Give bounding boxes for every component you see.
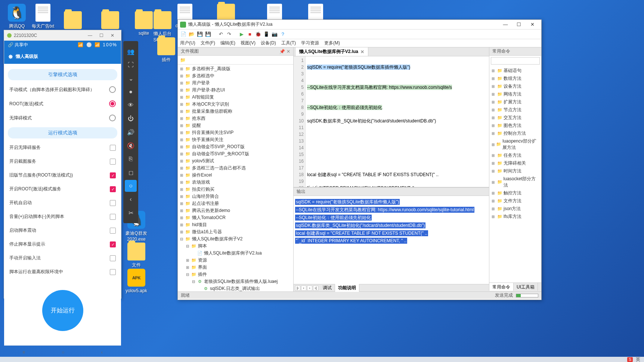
desktop-icon[interactable]: 文件 <box>123 243 149 268</box>
redo-icon[interactable]: ↷ <box>226 31 232 38</box>
desktop-icon[interactable]: APKyolov5.apk <box>123 269 149 293</box>
tree-item[interactable]: 📄懒人SQLite数据库例子V2.lua <box>178 250 293 257</box>
ime-lang[interactable]: 英 <box>636 356 640 362</box>
tree-expand-icon[interactable]: ⊞ <box>179 138 184 142</box>
tree-expand-icon[interactable]: ⊞ <box>179 102 184 106</box>
checkbox-icon[interactable] <box>110 159 116 165</box>
run-mode-option[interactable]: 手动开启输入法 <box>4 251 121 265</box>
run-mode-option[interactable]: 开启ROOT(激活)模式服务 <box>4 182 121 196</box>
output-next-icon[interactable]: › <box>307 285 312 291</box>
undo-icon[interactable]: ↶ <box>217 31 224 38</box>
toolbar-button[interactable]: 🔇 <box>125 140 137 152</box>
engine-mode-option[interactable]: 手动模式（由脚本选择开启截图和无障碍） <box>4 82 121 97</box>
toolbar-button[interactable]: ‹ <box>125 193 137 205</box>
run-mode-option[interactable]: 开启截图服务 <box>4 155 121 168</box>
tree-item[interactable]: ⊞📁多选框三选一选自己都不选 <box>178 165 293 172</box>
phone-titlebar[interactable]: 22101320C — ☐ ✕ <box>4 30 121 41</box>
toolbar-button[interactable]: ⎘ <box>125 153 137 165</box>
command-category[interactable]: ⊞📁无障碍相关 <box>490 159 541 167</box>
file-tree[interactable]: ⊞📁多选框例子_高级版⊞📁多选框选中⊞📁用户登录⊞📁用户登录-静态UI⊞📁AI智… <box>178 65 293 291</box>
run-mode-option[interactable]: 停止脚本显示提示 <box>4 237 121 251</box>
command-category[interactable]: ⊞📁图色方法 <box>490 122 541 129</box>
desktop-icon[interactable]: 🐧腾讯QQ <box>4 4 30 29</box>
menu-item[interactable]: 视图(V) <box>241 40 256 46</box>
tree-item[interactable]: ⊟⚙老狼孩SQLite数据库插件懒人版.luaej <box>178 278 293 285</box>
open-icon[interactable]: 📂 <box>188 31 195 38</box>
checkbox-icon[interactable] <box>110 241 116 247</box>
ide-minimize-button[interactable]: — <box>499 22 512 27</box>
maximize-button[interactable]: ☐ <box>96 33 107 38</box>
screenshot-icon[interactable]: 📷 <box>271 31 278 38</box>
debug-icon[interactable]: 🐞 <box>255 31 261 38</box>
command-category[interactable]: ⊞📁luasocket部分方法 <box>490 175 541 189</box>
tab-close-icon[interactable]: ✕ <box>360 49 364 54</box>
tree-item[interactable]: ⊞📁用户登录 <box>178 79 293 87</box>
radio-icon[interactable] <box>109 115 116 121</box>
radio-icon[interactable] <box>109 100 116 107</box>
tree-item[interactable]: ⊞📁快手直播间关注 <box>178 136 293 143</box>
menu-item[interactable]: 设备(D) <box>261 40 276 46</box>
commands-list[interactable]: ⊞📁基础语句⊞📁数组方法⊞📁设备方法⊞📁网络方法⊞📁扩展方法⊞📁节点方法⊞📁交互… <box>489 66 541 283</box>
tree-item[interactable]: ⊞📁多选框例子_高级版 <box>178 65 293 72</box>
commands-search-input[interactable] <box>491 57 540 65</box>
command-category[interactable]: ⊞📁交互方法 <box>490 114 541 122</box>
run-mode-option[interactable]: 启动脚本震动 <box>4 224 121 237</box>
command-category[interactable]: ⊞📁luaopencv部分扩展方法 <box>490 137 541 152</box>
tree-item[interactable]: ⊞📁抢东西 <box>178 115 293 122</box>
command-category[interactable]: ⊞📁任务方法 <box>490 152 541 159</box>
command-category[interactable]: ⊞📁扩展方法 <box>490 98 541 106</box>
ide-close-button[interactable]: ✕ <box>526 22 539 27</box>
tree-item[interactable]: ⊞📁界面 <box>178 264 293 271</box>
checkbox-icon[interactable] <box>110 255 116 261</box>
tree-item[interactable]: ⊟📁插件 <box>178 271 293 278</box>
tree-expand-icon[interactable]: ⊞ <box>179 145 184 149</box>
toolbar-button[interactable]: ⏻ <box>125 113 137 125</box>
tree-expand-icon[interactable]: ⊟ <box>179 237 184 241</box>
checkbox-icon[interactable] <box>110 172 116 178</box>
ime-indicator[interactable]: S <box>627 357 633 362</box>
checkbox-icon[interactable] <box>110 228 116 234</box>
run-mode-option[interactable]: 脚本运行在最高权限环境中 <box>4 265 121 279</box>
nav-menu-icon[interactable]: ≡ <box>22 350 25 355</box>
tree-expand-icon[interactable]: ⊞ <box>179 202 184 206</box>
tree-expand-icon[interactable]: ⊞ <box>179 230 184 234</box>
panel-close-icon[interactable]: ✕ <box>287 49 290 54</box>
tree-expand-icon[interactable]: ⊞ <box>179 67 184 71</box>
run-icon[interactable]: ▶ <box>238 31 245 38</box>
command-category[interactable]: ⊞📁文件方法 <box>490 197 541 205</box>
tree-item[interactable]: ⊞📁拍卖行购买 <box>178 186 293 193</box>
desktop-icon[interactable]: 插件 <box>153 37 179 63</box>
tree-item[interactable]: ⊞📁资源 <box>178 257 293 264</box>
tree-expand-icon[interactable]: ⊞ <box>179 173 184 177</box>
nav-home-icon[interactable]: ○ <box>62 350 64 355</box>
output-prev-icon[interactable]: ‹ <box>301 285 306 291</box>
tree-item[interactable]: ⊞📁起点读书注册 <box>178 200 293 207</box>
tree-item[interactable]: ⊞📁提醒 <box>178 122 293 129</box>
help-icon[interactable]: ? <box>279 31 286 38</box>
refresh-tree-icon[interactable]: 📁 <box>180 57 186 63</box>
tree-item[interactable]: ⊞📁山海经异骑合 <box>178 193 293 200</box>
run-mode-option[interactable]: 开启无障碍服务 <box>4 141 121 155</box>
toolbar-button[interactable]: ⛶ <box>125 59 137 71</box>
start-run-button[interactable]: 开始运行 <box>42 290 83 331</box>
checkbox-icon[interactable] <box>110 145 116 151</box>
command-category[interactable]: ⊞📁时间方法 <box>490 167 541 175</box>
output-last-icon[interactable]: ›| <box>313 285 318 291</box>
tree-expand-icon[interactable]: ⊞ <box>179 109 184 113</box>
tree-item[interactable]: ⊞📁农场游戏 <box>178 179 293 186</box>
tree-expand-icon[interactable]: ⊞ <box>179 216 184 220</box>
command-category[interactable]: ⊞📁基础语句 <box>490 67 541 75</box>
tree-item[interactable]: ⊞📁自动领金币SVIP_免ROOT版 <box>178 150 293 157</box>
engine-mode-option[interactable]: 无障碍模式 <box>4 111 121 125</box>
tree-expand-icon[interactable]: ⊞ <box>179 95 184 99</box>
command-category[interactable]: ⊞📁触控方法 <box>490 189 541 197</box>
minimize-button[interactable]: — <box>84 33 96 38</box>
menu-item[interactable]: 用户(U) <box>180 40 195 46</box>
tree-expand-icon[interactable]: ⊞ <box>179 187 184 191</box>
toolbar-button[interactable]: ✂ <box>125 207 137 219</box>
tree-expand-icon[interactable]: ⊞ <box>179 180 184 184</box>
nav-back-icon[interactable]: ‹ <box>101 350 103 355</box>
tree-expand-icon[interactable]: ⊞ <box>179 81 184 85</box>
tree-item[interactable]: ⊞📁hid项目 <box>178 221 293 228</box>
menu-item[interactable]: 编辑(E) <box>220 40 235 46</box>
